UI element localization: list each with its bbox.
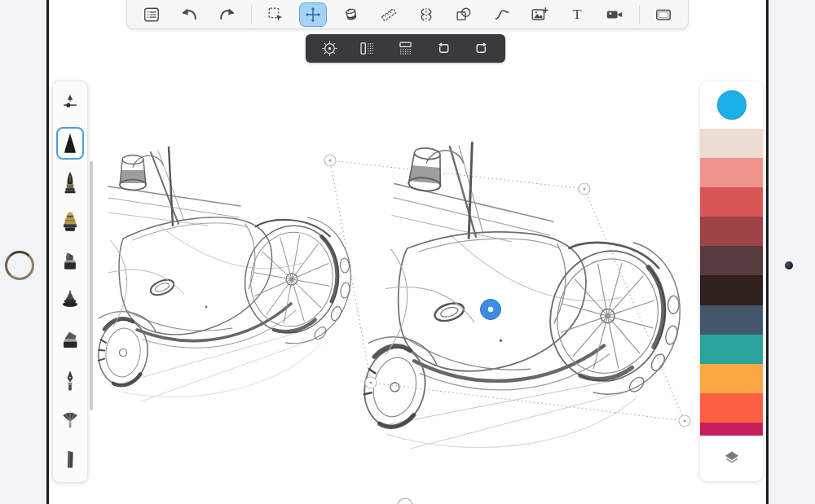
flip-horizontal-button[interactable] <box>354 37 381 60</box>
rotate-cw-icon <box>473 40 490 57</box>
toolbar-divider <box>639 5 640 24</box>
rotate-clockwise-button[interactable] <box>468 37 496 60</box>
swatch-maroon[interactable] <box>700 217 763 246</box>
selection-handle-3[interactable] <box>365 377 377 388</box>
swatch-salmon[interactable] <box>700 158 763 187</box>
fan-icon <box>59 407 81 433</box>
drawing-canvas[interactable] <box>0 0 815 504</box>
chisel-marker-button[interactable] <box>56 325 84 357</box>
layers-button[interactable] <box>700 436 763 481</box>
airbrush-button[interactable] <box>56 206 84 239</box>
redo-icon <box>218 6 236 24</box>
transform-puck[interactable] <box>481 300 501 320</box>
swatch-dark-brown[interactable] <box>700 246 763 275</box>
nib-icon <box>59 368 81 394</box>
swatch-crimson[interactable] <box>700 423 763 436</box>
ruler-icon <box>380 6 398 24</box>
car-sketch-right-selected <box>356 135 706 472</box>
stroke-button[interactable] <box>488 2 516 27</box>
swatch-orange[interactable] <box>700 364 763 393</box>
undo-icon <box>180 6 198 24</box>
brush-settings-button[interactable] <box>56 87 84 120</box>
dial-icon <box>321 40 338 57</box>
flip-vertical-button[interactable] <box>391 37 419 60</box>
brush-panel <box>52 81 88 483</box>
nudge-button[interactable] <box>315 37 343 60</box>
marker-icon <box>59 249 81 275</box>
swatch-teal[interactable] <box>700 335 763 364</box>
flat-marker-button[interactable] <box>56 444 84 476</box>
undo-button[interactable] <box>175 2 203 27</box>
camera-icon <box>606 6 623 24</box>
fill-icon <box>342 6 360 24</box>
fullscreen-icon <box>654 6 672 24</box>
stroke-icon <box>493 6 511 24</box>
swatch-coral[interactable] <box>700 393 763 423</box>
image-icon <box>531 6 548 24</box>
selection-button[interactable] <box>262 2 289 27</box>
selection-handle-1[interactable] <box>579 183 590 195</box>
text-button[interactable] <box>563 2 591 27</box>
ipad-frame <box>0 0 815 504</box>
marquee-icon <box>267 6 284 24</box>
paint-cone-button[interactable] <box>56 285 84 318</box>
transform-toolbar <box>306 34 505 63</box>
import-image-button[interactable] <box>526 2 553 27</box>
flat-icon <box>59 447 81 473</box>
car-sketch-left <box>95 147 361 401</box>
ink-icon <box>59 169 81 195</box>
move-icon <box>304 6 322 24</box>
marker-button[interactable] <box>56 246 84 278</box>
swatch-list <box>700 129 763 436</box>
cone-icon <box>59 288 81 314</box>
ink-pen-button[interactable] <box>56 166 84 199</box>
redo-button[interactable] <box>214 2 241 27</box>
ruler-button[interactable] <box>375 2 403 27</box>
rotate-ccw-icon <box>435 40 452 57</box>
text-icon <box>568 6 586 24</box>
toolbar-divider <box>251 5 252 24</box>
pencil-button[interactable] <box>56 127 84 160</box>
shapes-button[interactable] <box>450 2 478 27</box>
swatch-red[interactable] <box>700 187 763 217</box>
swatch-cream[interactable] <box>700 129 763 158</box>
gallery-button[interactable] <box>138 2 165 27</box>
swatch-espresso[interactable] <box>700 275 763 305</box>
top-toolbar <box>126 0 689 29</box>
airbrush-icon <box>59 209 81 235</box>
page-curl-indicator[interactable] <box>398 498 412 504</box>
transform-button[interactable] <box>299 2 327 27</box>
fullscreen-button[interactable] <box>650 2 677 27</box>
technical-pen-button[interactable] <box>56 365 84 397</box>
fan-brush-button[interactable] <box>56 404 84 436</box>
slider-icon <box>59 90 81 116</box>
symmetry-button[interactable] <box>412 2 440 27</box>
pencil-icon <box>59 130 81 156</box>
menu-icon <box>143 6 161 24</box>
time-lapse-button[interactable] <box>601 2 628 27</box>
fill-button[interactable] <box>337 2 365 27</box>
current-color-card[interactable] <box>700 81 763 129</box>
symmetry-icon <box>417 6 435 24</box>
selection-handle-2[interactable] <box>679 415 690 427</box>
brush-panel-scrollbar[interactable] <box>90 161 93 410</box>
shapes-icon <box>455 6 473 24</box>
layers-icon <box>721 448 742 469</box>
chisel-icon <box>59 328 81 354</box>
swatch-slate-blue[interactable] <box>700 305 763 335</box>
current-color-swatch[interactable] <box>717 90 747 120</box>
flip-v-icon <box>397 40 414 57</box>
selection-handle-0[interactable] <box>324 155 336 166</box>
flip-h-icon <box>359 40 376 57</box>
color-panel <box>700 81 763 481</box>
rotate-counterclockwise-button[interactable] <box>430 37 457 60</box>
